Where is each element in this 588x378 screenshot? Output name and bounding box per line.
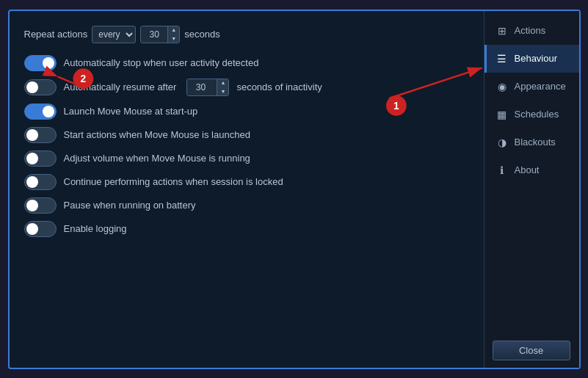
repeat-label: Repeat actions	[24, 29, 88, 40]
inline-spinner-buttons: ▲ ▼	[217, 79, 228, 96]
option-row-continue-locked: Continue performing actions when session…	[24, 174, 469, 190]
schedules-icon: ▦	[496, 108, 509, 121]
option-label-enable-logging: Enable logging	[64, 223, 127, 234]
toggle-continue-locked[interactable]	[24, 174, 57, 190]
option-label-start-actions: Start actions when Move Mouse is launche…	[64, 129, 250, 140]
toggle-track-auto-stop[interactable]	[24, 55, 57, 71]
inline-spinner-down[interactable]: ▼	[217, 87, 228, 96]
toggle-track-launch[interactable]	[24, 103, 57, 120]
toggle-track-adjust-volume[interactable]	[24, 150, 57, 167]
sidebar: ⊞ Actions ☰ Behaviour ◉ Appearance ▦ Sch…	[484, 11, 579, 368]
sidebar-item-behaviour[interactable]: ☰ Behaviour	[484, 45, 579, 73]
option-row-auto-stop: Automatically stop when user activity de…	[24, 55, 469, 71]
toggle-thumb-enable-logging	[26, 223, 38, 235]
blackouts-icon: ◑	[496, 136, 509, 149]
toggle-track-start-actions[interactable]	[24, 127, 57, 143]
sidebar-label-schedules: Schedules	[515, 109, 559, 120]
toggle-thumb-adjust-volume	[26, 153, 38, 164]
option-label-auto-resume: Automatically resume after	[64, 81, 177, 92]
option-row-enable-logging: Enable logging	[24, 221, 469, 237]
bottom-bar: Close	[484, 333, 579, 368]
toggle-thumb-launch	[43, 106, 54, 117]
sidebar-label-appearance: Appearance	[515, 81, 566, 92]
settings-dialog: Repeat actions every once 30 ▲ ▼ seconds	[8, 10, 581, 369]
repeat-spinner[interactable]: 30 ▲ ▼	[140, 26, 180, 43]
spinner-down-button[interactable]: ▼	[167, 34, 179, 43]
option-suffix-resume: seconds of inactivity	[236, 81, 322, 92]
sidebar-label-behaviour: Behaviour	[515, 53, 558, 64]
option-row-start-actions: Start actions when Move Mouse is launche…	[24, 127, 469, 143]
toggle-pause-battery[interactable]	[24, 197, 57, 214]
option-label-continue-locked: Continue performing actions when session…	[64, 176, 283, 187]
sidebar-item-blackouts[interactable]: ◑ Blackouts	[484, 128, 579, 156]
toggle-thumb-pause-battery	[26, 200, 38, 211]
toggle-launch[interactable]	[24, 103, 57, 120]
option-row-launch: Launch Move Mouse at start-up	[24, 103, 469, 120]
repeat-spinner-value: 30	[141, 26, 167, 43]
sidebar-item-appearance[interactable]: ◉ Appearance	[484, 73, 579, 101]
appearance-icon: ◉	[496, 80, 509, 93]
toggle-track-continue-locked[interactable]	[24, 174, 57, 190]
toggle-thumb-auto-resume	[26, 81, 38, 93]
sidebar-item-about[interactable]: ℹ About	[484, 156, 579, 184]
option-label-auto-stop: Automatically stop when user activity de…	[64, 57, 259, 68]
toggle-auto-resume[interactable]	[24, 79, 57, 95]
sidebar-label-blackouts: Blackouts	[515, 137, 556, 148]
option-row-pause-battery: Pause when running on battery	[24, 197, 469, 214]
sidebar-label-about: About	[515, 164, 540, 175]
toggle-track-auto-resume[interactable]	[24, 79, 57, 95]
behaviour-icon: ☰	[496, 52, 509, 65]
toggle-track-pause-battery[interactable]	[24, 197, 57, 214]
toggle-auto-stop[interactable]	[24, 55, 57, 71]
sidebar-item-schedules[interactable]: ▦ Schedules	[484, 101, 579, 128]
option-label-launch: Launch Move Mouse at start-up	[64, 106, 198, 117]
toggle-track-enable-logging[interactable]	[24, 221, 57, 237]
sidebar-label-actions: Actions	[515, 25, 546, 36]
repeat-actions-row: Repeat actions every once 30 ▲ ▼ seconds	[24, 26, 469, 43]
repeat-suffix: seconds	[184, 29, 219, 40]
option-label-pause-battery: Pause when running on battery	[64, 200, 196, 211]
main-content: Repeat actions every once 30 ▲ ▼ seconds	[10, 11, 484, 368]
option-row-adjust-volume: Adjust volume when Move Mouse is running	[24, 150, 469, 167]
toggle-thumb-auto-stop	[43, 57, 54, 69]
inline-spinner-up[interactable]: ▲	[217, 79, 228, 87]
option-row-auto-resume: Automatically resume after 30 ▲ ▼ second…	[24, 79, 469, 96]
repeat-spinner-buttons: ▲ ▼	[167, 26, 179, 43]
close-button[interactable]: Close	[493, 341, 570, 360]
toggle-thumb-start-actions	[26, 129, 38, 141]
inline-spinner-resume[interactable]: 30 ▲ ▼	[186, 79, 229, 96]
toggle-start-actions[interactable]	[24, 127, 57, 143]
repeat-dropdown[interactable]: every once	[92, 26, 136, 43]
inline-spinner-value: 30	[187, 79, 214, 95]
spinner-up-button[interactable]: ▲	[167, 26, 179, 34]
option-label-adjust-volume: Adjust volume when Move Mouse is running	[64, 153, 250, 164]
about-icon: ℹ	[496, 164, 509, 177]
actions-icon: ⊞	[496, 24, 509, 37]
toggle-enable-logging[interactable]	[24, 221, 57, 237]
sidebar-item-actions[interactable]: ⊞ Actions	[484, 17, 579, 45]
toggle-adjust-volume[interactable]	[24, 150, 57, 167]
toggle-thumb-continue-locked	[26, 176, 38, 188]
